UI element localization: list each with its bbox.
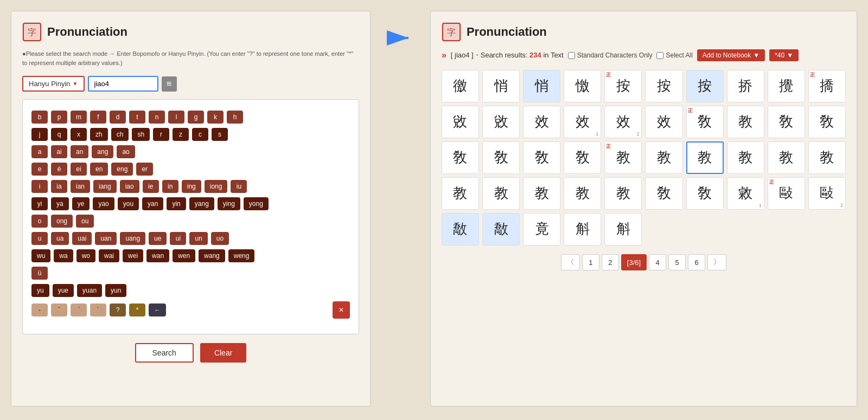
key-en[interactable]: en (90, 163, 108, 176)
key-you[interactable]: you (118, 197, 139, 210)
char-cell-6[interactable]: 按 (686, 70, 724, 102)
clear-button[interactable]: Clear (200, 343, 246, 363)
char-cell-4[interactable]: 正按 (604, 70, 642, 102)
key-yi[interactable]: yi (31, 197, 48, 210)
char-cell-7[interactable]: 挢 (727, 70, 764, 102)
page-1-button[interactable]: 1 (582, 254, 599, 270)
char-cell-28[interactable]: 教 (768, 141, 805, 174)
char-cell-41[interactable]: 敿 (482, 213, 520, 245)
key-yuan[interactable]: yuan (77, 284, 102, 297)
key-ui[interactable]: ui (170, 232, 186, 245)
char-cell-32[interactable]: 教 (523, 177, 560, 210)
key-ye[interactable]: ye (72, 197, 90, 210)
char-cell-1[interactable]: 悄 (482, 70, 520, 102)
search-input[interactable] (88, 76, 158, 92)
delete-key[interactable]: ✕ (333, 301, 350, 319)
key-weng[interactable]: weng (228, 249, 255, 262)
search-button[interactable]: Search (135, 343, 194, 363)
pinyin-mode-dropdown[interactable]: Hanyu Pinyin ▼ (22, 76, 85, 92)
char-cell-9[interactable]: 正撟 (808, 70, 846, 102)
char-cell-5[interactable]: 按 (645, 70, 682, 102)
key-yan[interactable]: yan (142, 197, 163, 210)
key-r[interactable]: r (153, 128, 169, 141)
key-zh[interactable]: zh (90, 128, 108, 141)
key-q[interactable]: q (51, 128, 67, 141)
char-cell-14[interactable]: 效2 (604, 106, 642, 138)
key-yin[interactable]: yin (167, 197, 186, 210)
tone-2[interactable]: ˊ (71, 303, 87, 316)
key-ue[interactable]: ue (149, 232, 167, 245)
key-iao[interactable]: iao (120, 180, 139, 193)
key-c[interactable]: c (192, 128, 208, 141)
key-h[interactable]: h (227, 111, 243, 124)
key-ing[interactable]: ing (182, 180, 201, 193)
char-cell-34[interactable]: 教 (604, 177, 642, 210)
char-cell-37[interactable]: 敹1 (727, 177, 764, 210)
key-yang[interactable]: yang (189, 197, 214, 210)
key-yun[interactable]: yun (105, 284, 126, 297)
char-cell-19[interactable]: 敎 (808, 106, 846, 138)
char-cell-10[interactable]: 敓 (442, 106, 479, 138)
key-ia[interactable]: ia (51, 180, 67, 193)
key-uai[interactable]: uai (72, 232, 92, 245)
char-cell-18[interactable]: 敎 (768, 106, 805, 138)
key-un[interactable]: un (189, 232, 207, 245)
key-yao[interactable]: yao (93, 197, 114, 210)
key-ang[interactable]: ang (92, 145, 113, 158)
key-uo[interactable]: uo (211, 232, 229, 245)
key-z[interactable]: z (173, 128, 189, 141)
char-cell-43[interactable]: 斛 (564, 213, 601, 245)
select-all-checkbox[interactable] (656, 52, 663, 59)
char-cell-3[interactable]: 憿 (564, 70, 601, 102)
add-notebook-button[interactable]: Add to Notebook ▼ (697, 49, 765, 61)
key-iang[interactable]: iang (93, 180, 117, 193)
key-wai[interactable]: wai (99, 249, 119, 262)
select-all-label[interactable]: Select All (656, 51, 692, 59)
key-m[interactable]: m (71, 111, 87, 124)
char-cell-44[interactable]: 斛 (604, 213, 642, 245)
char-cell-31[interactable]: 教 (482, 177, 520, 210)
standard-only-checkbox[interactable] (568, 52, 575, 59)
char-cell-42[interactable]: 竟 (523, 213, 560, 245)
char-cell-12[interactable]: 效 (523, 106, 560, 138)
key-j[interactable]: j (31, 128, 48, 141)
key-ua[interactable]: ua (51, 232, 69, 245)
key-f[interactable]: f (90, 111, 106, 124)
key-o[interactable]: o (31, 215, 48, 228)
char-cell-39[interactable]: 敺2 (808, 177, 846, 210)
key-ie[interactable]: ie (143, 180, 159, 193)
char-cell-21[interactable]: 敎 (482, 141, 520, 174)
key-wa[interactable]: wa (54, 249, 73, 262)
key-yue[interactable]: yue (53, 284, 74, 297)
key-a[interactable]: a (31, 145, 48, 158)
char-cell-2[interactable]: 悄 (523, 70, 560, 102)
char-cell-36[interactable]: 敎 (686, 177, 724, 210)
key-u-umlaut[interactable]: ü (31, 267, 48, 280)
page-3-button[interactable]: [3/6] (621, 254, 647, 270)
char-cell-23[interactable]: 敎 (564, 141, 601, 174)
char-cell-25[interactable]: 教 (645, 141, 682, 174)
key-n[interactable]: n (149, 111, 165, 124)
backspace-key[interactable]: ← (149, 303, 166, 316)
key-iu[interactable]: iu (231, 180, 247, 193)
char-cell-30[interactable]: 教 (442, 177, 479, 210)
key-ou[interactable]: ou (76, 215, 94, 228)
key-e[interactable]: e (31, 163, 48, 176)
char-cell-15[interactable]: 效 (645, 106, 682, 138)
tone-star[interactable]: * (129, 303, 145, 316)
char-cell-38[interactable]: 正敺 (768, 177, 805, 210)
key-uang[interactable]: uang (120, 232, 145, 245)
key-ei[interactable]: ei (71, 163, 87, 176)
tone-question[interactable]: ? (110, 303, 126, 316)
char-cell-33[interactable]: 教 (564, 177, 601, 210)
key-ao[interactable]: ao (117, 145, 135, 158)
page-5-button[interactable]: 5 (668, 254, 686, 270)
tone-flat[interactable]: - (31, 303, 48, 316)
key-ch[interactable]: ch (111, 128, 129, 141)
key-yong[interactable]: yong (244, 197, 269, 210)
key-wang[interactable]: wang (199, 249, 225, 262)
char-cell-13[interactable]: 效1 (564, 106, 601, 138)
tone-1[interactable]: ˉ (51, 303, 67, 316)
char-cell-8[interactable]: 攪 (768, 70, 805, 102)
page-6-button[interactable]: 6 (688, 254, 705, 270)
